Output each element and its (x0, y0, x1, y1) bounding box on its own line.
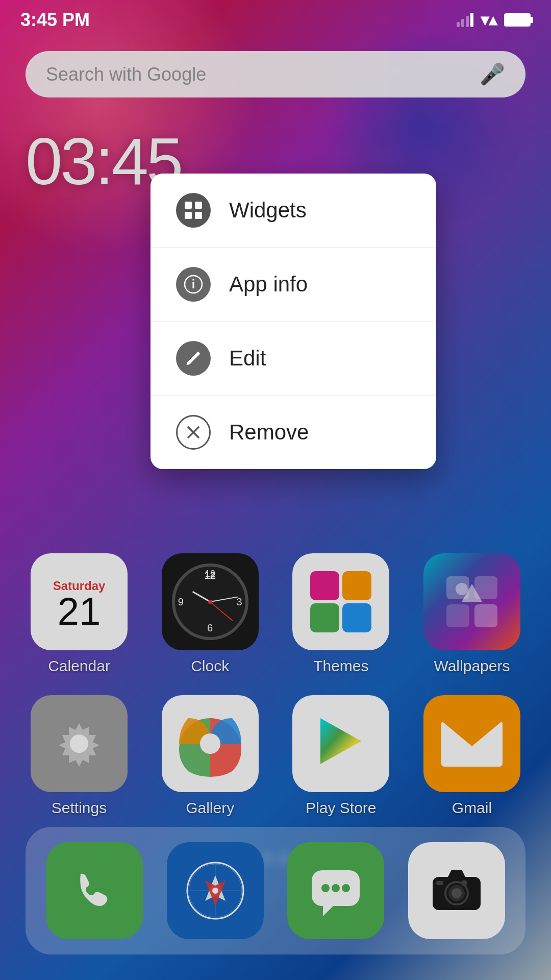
svg-rect-1 (195, 202, 202, 209)
appinfo-label: App info (229, 272, 308, 297)
context-menu: Widgets i App info Edit Remove (151, 174, 436, 469)
signal-icon (457, 13, 473, 27)
svg-rect-3 (195, 212, 202, 219)
svg-rect-0 (185, 202, 192, 209)
remove-icon (176, 415, 211, 450)
edit-label: Edit (229, 346, 266, 371)
wifi-icon: ▾▴ (481, 10, 497, 30)
widgets-icon (176, 193, 211, 228)
menu-item-remove[interactable]: Remove (151, 396, 436, 469)
edit-icon (176, 341, 211, 376)
battery-icon (504, 13, 531, 27)
status-time: 3:45 PM (20, 9, 90, 31)
menu-item-appinfo[interactable]: i App info (151, 248, 436, 322)
widgets-label: Widgets (229, 198, 307, 223)
svg-text:i: i (192, 277, 195, 291)
svg-rect-2 (185, 212, 192, 219)
menu-item-edit[interactable]: Edit (151, 322, 436, 396)
menu-item-widgets[interactable]: Widgets (151, 174, 436, 248)
appinfo-icon: i (176, 267, 211, 302)
overlay-dim[interactable] (0, 0, 551, 980)
status-bar: 3:45 PM ▾▴ (0, 0, 551, 36)
status-icons: ▾▴ (457, 10, 531, 30)
remove-label: Remove (229, 420, 309, 445)
